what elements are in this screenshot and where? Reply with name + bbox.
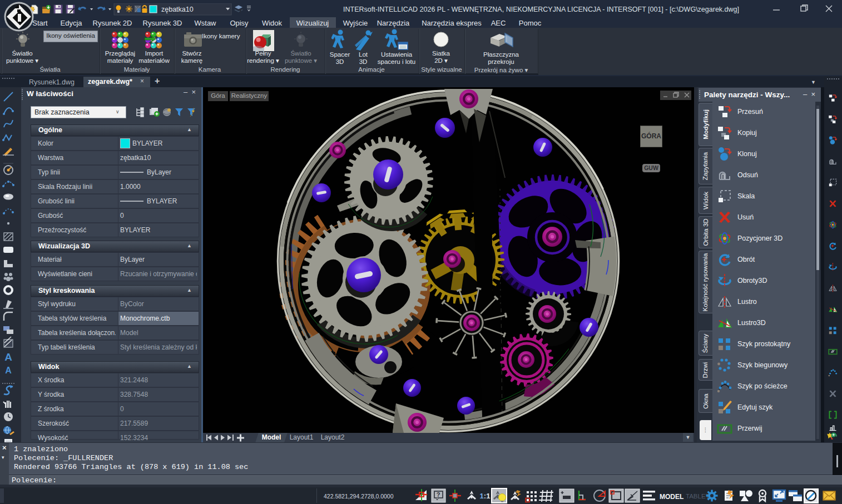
svg-text:zębatka10: zębatka10 bbox=[161, 6, 194, 13]
svg-text:?: ? bbox=[437, 491, 440, 498]
svg-text:A: A bbox=[4, 351, 12, 363]
svg-text:1:1: 1:1 bbox=[480, 492, 491, 500]
svg-text:A: A bbox=[5, 366, 12, 375]
